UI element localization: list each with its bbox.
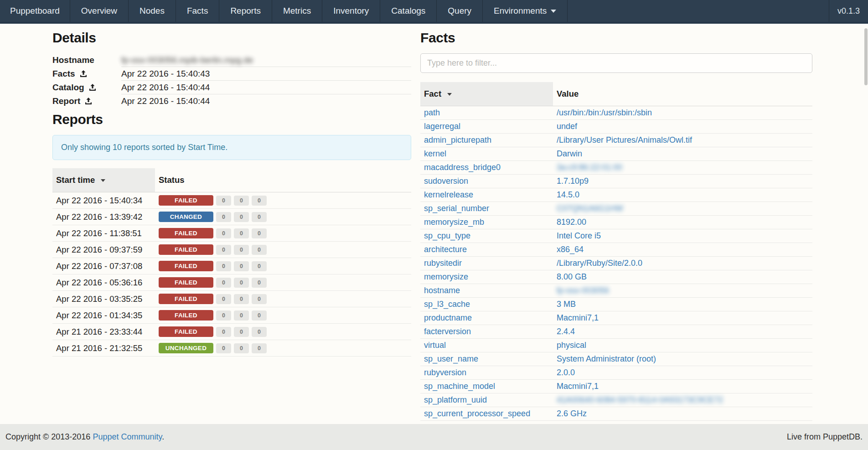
navbar-brand[interactable]: Puppetboard (0, 0, 70, 22)
nav-item-environments[interactable]: Environments (483, 0, 568, 22)
fact-value-link[interactable]: 3a:c9:86:22:01:00 (557, 163, 622, 172)
fact-value-link[interactable]: physical (557, 341, 586, 350)
nav-item-query[interactable]: Query (437, 0, 483, 22)
fact-value-link[interactable]: System Administrator (root) (557, 354, 656, 363)
fact-value-link[interactable]: /usr/bin:/bin:/usr/sbin:/sbin (557, 108, 652, 117)
fact-name-link[interactable]: lagerregal (424, 122, 460, 131)
fact-name-link[interactable]: productname (424, 313, 472, 322)
detail-label: Facts (52, 69, 75, 79)
fact-value-link[interactable]: Macmini7,1 (557, 382, 599, 391)
fact-name-link[interactable]: kernel (424, 149, 446, 158)
fact-value-link[interactable]: 2.4.4 (557, 327, 575, 336)
fact-row: admin_picturepath /Library/User Pictures… (420, 134, 812, 147)
fact-name-link[interactable]: memorysize (424, 272, 468, 281)
fact-name-link[interactable]: sudoversion (424, 176, 468, 186)
fact-name-link[interactable]: virtual (424, 341, 446, 350)
column-header-start-time[interactable]: Start time (52, 168, 155, 192)
fact-value-link[interactable]: undef (557, 122, 577, 131)
column-header-value[interactable]: Value (553, 82, 812, 106)
nav-item-catalogs[interactable]: Catalogs (380, 0, 437, 22)
fact-name-link[interactable]: sp_serial_number (424, 204, 489, 213)
fact-row: productname Macmini7,1 (420, 311, 812, 325)
report-status-badge[interactable]: FAILED (159, 310, 213, 321)
fact-value-link[interactable]: 41A00640-6084-5970-8114-0A93173C9CE72 (557, 395, 723, 404)
fact-value-link[interactable]: C07QN1A6G1HW (557, 204, 623, 213)
report-start-time: Apr 22 2016 - 07:37:08 (52, 258, 155, 274)
nav-item-metrics[interactable]: Metrics (272, 0, 322, 22)
fact-value-link[interactable]: Macmini7,1 (557, 313, 599, 322)
detail-value: fp-osx-003056.mpib-berlin.mpg.de (121, 55, 253, 65)
fact-value-link[interactable]: /Library/Ruby/Site/2.0.0 (557, 259, 642, 268)
fact-row: sp_platform_uuid 41A00640-6084-5970-8114… (420, 393, 812, 407)
facts-table: Fact Value path /usr/bin:/bin:/usr/sbin:… (420, 82, 812, 421)
fact-name-link[interactable]: sp_cpu_type (424, 231, 470, 240)
nav-item-overview[interactable]: Overview (70, 0, 129, 22)
fact-name-link[interactable]: memorysize_mb (424, 217, 484, 227)
report-row: Apr 22 2016 - 13:39:42 CHANGED 000 (52, 209, 411, 225)
fact-name-link[interactable]: admin_picturepath (424, 135, 491, 145)
fact-row: macaddress_bridge0 3a:c9:86:22:01:00 (420, 161, 812, 175)
report-status-badge[interactable]: FAILED (159, 195, 213, 206)
fact-name-link[interactable]: rubyversion (424, 368, 466, 377)
report-status-badge[interactable]: CHANGED (159, 212, 213, 222)
nav-item-inventory[interactable]: Inventory (322, 0, 380, 22)
report-status-badge[interactable]: UNCHANGED (159, 343, 213, 353)
puppet-community-link[interactable]: Puppet Community (93, 432, 162, 441)
report-count-badge: 0 (234, 228, 249, 238)
report-status-badge[interactable]: FAILED (159, 228, 213, 238)
fact-value-link[interactable]: Darwin (557, 149, 582, 158)
fact-value-link[interactable]: fp-osx-003056 (557, 286, 609, 295)
fact-value-link[interactable]: 2.6 GHz (557, 409, 587, 418)
fact-name-link[interactable]: sp_l3_cache (424, 300, 470, 309)
report-count-badge: 0 (252, 196, 267, 206)
fact-name-link[interactable]: sp_platform_uuid (424, 395, 487, 404)
vertical-scrollbar[interactable] (864, 28, 868, 85)
report-status-badge[interactable]: FAILED (159, 244, 213, 255)
fact-name-link[interactable]: sp_user_name (424, 354, 478, 363)
fact-value-link[interactable]: 14.5.0 (557, 190, 579, 199)
column-header-status[interactable]: Status (155, 168, 411, 192)
report-status-badge[interactable]: FAILED (159, 261, 213, 271)
report-count-badge: 0 (216, 196, 231, 206)
fact-row: rubyversion 2.0.0 (420, 366, 812, 380)
fact-value-link[interactable]: /Library/User Pictures/Animals/Owl.tif (557, 135, 692, 145)
fact-name-link[interactable]: sp_current_processor_speed (424, 409, 530, 418)
nav-item-facts[interactable]: Facts (176, 0, 219, 22)
report-count-badge: 0 (216, 310, 231, 321)
report-start-time: Apr 22 2016 - 03:35:25 (52, 291, 155, 307)
fact-value-link[interactable]: 1.7.10p9 (557, 176, 589, 186)
fact-row: hostname fp-osx-003056 (420, 284, 812, 298)
fact-value-link[interactable]: x86_64 (557, 245, 584, 254)
fact-row: facterversion 2.4.4 (420, 325, 812, 339)
fact-row: sp_user_name System Administrator (root) (420, 352, 812, 366)
fact-value-link[interactable]: Intel Core i5 (557, 231, 601, 240)
fact-value-link[interactable]: 2.0.0 (557, 368, 575, 377)
report-status-badge[interactable]: FAILED (159, 294, 213, 304)
report-row: Apr 21 2016 - 21:32:55 UNCHANGED 000 (52, 340, 411, 357)
report-start-time: Apr 22 2016 - 11:38:51 (52, 225, 155, 242)
column-header-fact[interactable]: Fact (420, 82, 553, 106)
fact-name-link[interactable]: rubysitedir (424, 259, 462, 268)
nav-item-nodes[interactable]: Nodes (129, 0, 176, 22)
fact-value-link[interactable]: 8.00 GB (557, 272, 587, 281)
fact-name-link[interactable]: hostname (424, 286, 460, 295)
fact-name-link[interactable]: path (424, 108, 440, 117)
report-row: Apr 22 2016 - 15:40:34 FAILED 000 (52, 192, 411, 209)
fact-value-link[interactable]: 8192.00 (557, 217, 586, 227)
report-status-badge[interactable]: FAILED (159, 277, 213, 288)
fact-name-link[interactable]: architecture (424, 245, 467, 254)
facts-filter-input[interactable] (420, 53, 812, 73)
report-status-badge[interactable]: FAILED (159, 326, 213, 337)
version-label: v0.1.3 (829, 0, 868, 22)
fact-name-link[interactable]: kernelrelease (424, 190, 473, 199)
fact-value-link[interactable]: 3 MB (557, 300, 576, 309)
fact-name-link[interactable]: sp_machine_model (424, 382, 495, 391)
report-row: Apr 21 2016 - 23:33:44 FAILED 000 (52, 324, 411, 340)
upload-icon[interactable] (85, 98, 92, 105)
detail-label: Hostname (52, 55, 94, 65)
upload-icon[interactable] (89, 84, 96, 91)
upload-icon[interactable] (80, 70, 87, 78)
fact-name-link[interactable]: macaddress_bridge0 (424, 163, 501, 172)
nav-item-reports[interactable]: Reports (219, 0, 272, 22)
fact-name-link[interactable]: facterversion (424, 327, 471, 336)
